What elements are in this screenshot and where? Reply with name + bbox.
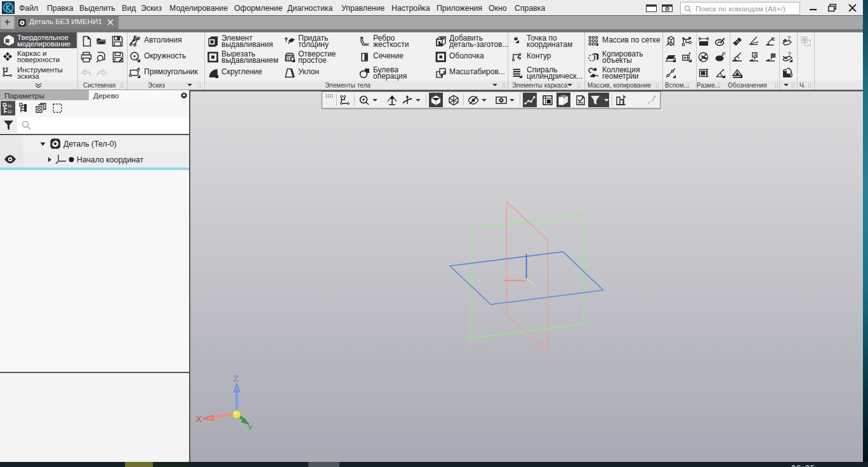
svg-text:?: ? [787,35,791,41]
svg-text:12: 12 [8,110,12,114]
svg-text:1: 1 [736,70,738,74]
svg-text:?: ? [788,51,791,57]
svg-text:Z: Z [233,374,239,383]
svg-text:E: E [772,36,775,42]
svg-text:А: А [754,53,757,57]
svg-text:X: X [196,414,202,424]
svg-text:11: 11 [8,104,12,108]
svg-text:R: R [723,51,726,56]
svg-text:Y: Y [247,423,253,433]
